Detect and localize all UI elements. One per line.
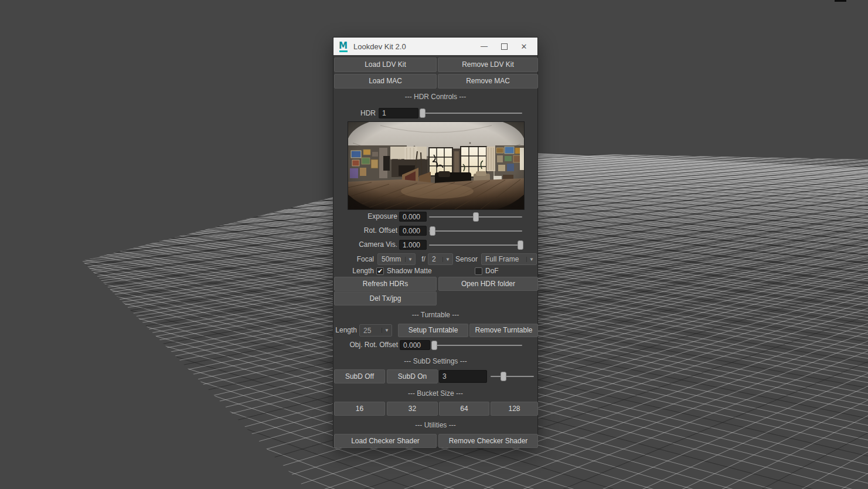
- chevron-down-icon: ▼: [382, 328, 392, 333]
- close-button[interactable]: ✕: [514, 38, 534, 55]
- open-hdr-folder-button[interactable]: Open HDR folder: [438, 277, 538, 291]
- screen-artifact: [835, 0, 846, 2]
- exposure-slider[interactable]: [429, 212, 522, 222]
- del-tx-jpg-button[interactable]: Del Tx/jpg: [334, 291, 437, 305]
- load-checker-shader-button[interactable]: Load Checker Shader: [334, 434, 437, 448]
- slider-handle[interactable]: [473, 212, 479, 222]
- rot-offset-label: Rot. Offset: [333, 226, 397, 236]
- maya-logo-icon: M: [339, 42, 349, 52]
- maximize-icon: [501, 43, 508, 50]
- slider-track: [429, 244, 522, 246]
- window-title: Lookdev Kit 2.0: [353, 42, 474, 51]
- bucket-32-button[interactable]: 32: [387, 402, 438, 416]
- obj-rot-offset-label: Obj. Rot. Offset: [333, 340, 398, 350]
- bucket-16-button[interactable]: 16: [334, 402, 385, 416]
- hdr-label: HDR: [333, 108, 376, 118]
- slider-track: [433, 345, 522, 346]
- maximize-button[interactable]: [494, 38, 514, 55]
- remove-checker-shader-button[interactable]: Remove Checker Shader: [438, 434, 538, 448]
- slider-track: [429, 230, 522, 232]
- window-body: Load LDV Kit Remove LDV Kit Load MAC Rem…: [333, 55, 537, 447]
- subd-off-button[interactable]: SubD Off: [334, 369, 385, 383]
- maya-viewport: M Lookdev Kit 2.0 — ✕ Load LDV Kit Remov…: [0, 0, 868, 489]
- load-ldv-kit-button[interactable]: Load LDV Kit: [334, 57, 437, 72]
- fstop-label: f/: [420, 253, 427, 265]
- slider-handle[interactable]: [501, 372, 506, 381]
- shadow-matte-checkbox[interactable]: ✔: [376, 267, 384, 275]
- lookdev-kit-window: M Lookdev Kit 2.0 — ✕ Load LDV Kit Remov…: [333, 37, 538, 447]
- remove-mac-button[interactable]: Remove MAC: [438, 74, 538, 89]
- exposure-field[interactable]: [399, 212, 427, 222]
- subd-settings-header: --- SubD Settings ---: [333, 357, 537, 365]
- subd-level-field[interactable]: [439, 370, 487, 383]
- shadow-matte-label: Shadow Matte: [387, 267, 432, 276]
- chevron-down-icon: ▼: [405, 257, 415, 262]
- refresh-hdrs-button[interactable]: Refresh HDRs: [334, 277, 437, 291]
- slider-handle[interactable]: [518, 240, 523, 250]
- slider-track: [491, 376, 534, 377]
- fstop-dropdown[interactable]: 2▼: [428, 253, 453, 265]
- slider-track: [420, 113, 522, 114]
- window-titlebar[interactable]: M Lookdev Kit 2.0 — ✕: [333, 38, 537, 55]
- bucket-size-header: --- Bucket Size ---: [333, 389, 537, 398]
- sensor-label: Sensor: [455, 253, 478, 265]
- setup-turntable-button[interactable]: Setup Turntable: [398, 324, 468, 337]
- sensor-dropdown[interactable]: Full Frame▼: [481, 253, 537, 265]
- turntable-header: --- Turntable ---: [333, 311, 537, 319]
- length-label: Length: [333, 324, 357, 337]
- remove-turntable-button[interactable]: Remove Turntable: [469, 324, 538, 337]
- chevron-down-icon: ▼: [526, 257, 536, 262]
- length-dropdown[interactable]: 25▼: [359, 324, 392, 337]
- focal-length-dropdown[interactable]: 50mm▼: [377, 253, 416, 265]
- utilities-header: --- Utilities ---: [333, 421, 537, 429]
- dof-checkbox[interactable]: [475, 267, 482, 275]
- load-mac-button[interactable]: Load MAC: [334, 74, 437, 89]
- dof-label: DoF: [485, 267, 499, 276]
- bucket-64-button[interactable]: 64: [439, 402, 489, 416]
- obj-rot-offset-slider[interactable]: [433, 340, 522, 350]
- hdr-preview-image: [348, 121, 525, 210]
- hdr-slider[interactable]: [420, 108, 522, 118]
- hdr-controls-header: --- HDR Controls ---: [333, 93, 537, 101]
- exposure-label: Exposure: [333, 212, 397, 222]
- checkmark-icon: ✔: [377, 268, 383, 274]
- obj-rot-offset-field[interactable]: [400, 340, 430, 350]
- chevron-down-icon: ▼: [442, 257, 452, 262]
- camera-vis-field[interactable]: [399, 240, 427, 250]
- hdr-index-field[interactable]: [379, 108, 418, 118]
- slider-handle[interactable]: [420, 108, 426, 118]
- bucket-128-button[interactable]: 128: [491, 402, 538, 416]
- rot-offset-slider[interactable]: [429, 226, 522, 236]
- remove-ldv-kit-button[interactable]: Remove LDV Kit: [438, 57, 538, 72]
- subd-level-slider[interactable]: [491, 369, 534, 383]
- subd-on-button[interactable]: SubD On: [387, 369, 438, 383]
- camera-vis-label: Camera Vis.: [333, 240, 397, 250]
- rot-offset-field[interactable]: [399, 226, 427, 236]
- slider-handle[interactable]: [430, 226, 435, 236]
- slider-handle[interactable]: [431, 341, 437, 350]
- minimize-button[interactable]: —: [474, 38, 494, 55]
- camera-vis-slider[interactable]: [429, 240, 522, 250]
